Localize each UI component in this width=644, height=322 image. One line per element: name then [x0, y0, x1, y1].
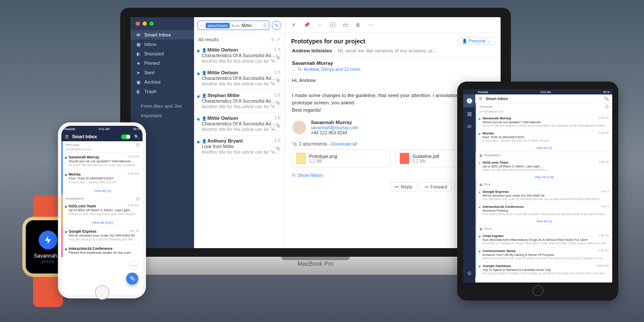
message-sender: Google Express	[69, 229, 97, 234]
compose-button[interactable]: ✎	[272, 21, 281, 30]
message-sender: GOG.com Team	[483, 161, 508, 164]
search-chip[interactable]: attachmets	[206, 23, 230, 28]
sidebar-item-trash[interactable]: 🗑Trash	[131, 87, 194, 96]
message-row[interactable]: Savannah Murray3:36 PMWould you be our s…	[63, 152, 143, 170]
recipients-link[interactable]: Andrew, Denys and 12 more	[304, 67, 361, 72]
section-settings-icon[interactable]: ⨀	[605, 105, 609, 109]
sidebar-item-inbox[interactable]: ▦Inbox	[131, 39, 194, 49]
account-selector[interactable]: 👤Personal⌄	[458, 37, 495, 45]
sidebar-item-sent[interactable]: ➤Sent	[131, 68, 194, 77]
message-row[interactable]: 👤Stephan Mittie1 hCharacteristics Of A S…	[194, 90, 285, 113]
message-preview: A number of "dangerous drugs" have been …	[483, 242, 609, 245]
trash-icon[interactable]: 🗑	[354, 21, 362, 29]
nav-icon: ◐	[136, 51, 141, 56]
message-row[interactable]: Morisa3:36 PMFwd: THIS IS MAGNIFICENTA m…	[63, 170, 143, 187]
paperclip-icon: 📎	[275, 100, 280, 105]
message-sender: Joseph Davidson	[483, 264, 511, 268]
search-from-label: from	[231, 23, 240, 28]
message-time: 3:36 PM	[598, 131, 609, 135]
message-row[interactable]: 👤Mittie Owlson1 hCharacteristics Of A Su…	[194, 45, 285, 67]
message-preview: You can track your order by following th…	[483, 197, 609, 200]
message-row[interactable]: Joseph DavidsonYesterdayTrip To Iqaluit …	[476, 262, 612, 277]
expand-icon[interactable]: ⤢	[276, 36, 280, 42]
attachment-card[interactable]: Prototype.png1.2 Mb	[292, 149, 390, 167]
message-row[interactable]: Chad Ingram3:36 PMNon Steroidal Anti Inf…	[476, 232, 612, 247]
sidebar-folder[interactable]: From Alex and Jim	[131, 101, 194, 111]
signature-email[interactable]: savannah@murray.com	[311, 125, 358, 130]
message-row[interactable]: GOG.com Team3:36 PMUp to 80% off Risen 3…	[476, 158, 612, 173]
settings-icon[interactable]: ⚙	[463, 267, 475, 280]
pin-icon[interactable]: 📌	[302, 21, 311, 29]
sidebar-item-snoozed[interactable]: ◐Snoozed	[131, 49, 194, 58]
message-row[interactable]: Interaction16 ConferenceNov 4Brochure Pl…	[476, 203, 612, 218]
close-window-icon[interactable]	[136, 21, 140, 26]
view-all-link[interactable]: View All (4)	[476, 144, 612, 152]
collapsed-message[interactable]: Andrew Ielisieiev Hi, send me last versi…	[291, 45, 495, 57]
nav-icon: 🗑	[136, 89, 141, 94]
menu-icon[interactable]: ☰	[65, 134, 69, 139]
message-row[interactable]: 👤Mittie Owlson1 hCharacteristics Of A Su…	[194, 113, 285, 136]
message-row[interactable]: 👤Anthony Bryant1 hLook from MittieAnothe…	[194, 136, 285, 158]
message-preview: A must see… Morisa 555-122-34	[69, 180, 139, 184]
zoom-window-icon[interactable]	[149, 21, 154, 26]
person-icon: 👤	[202, 71, 207, 75]
message-row[interactable]: Google ExpressNov 10We've received your …	[63, 227, 143, 244]
message-preview: Being lucky in life is the result of put…	[483, 257, 609, 260]
search-icon[interactable]: 🔍	[134, 134, 139, 139]
more-icon[interactable]: ⋯	[367, 21, 375, 29]
message-row[interactable]: Morisa3:36 PMFwd: THIS IS MAGNIFICENTA m…	[476, 129, 612, 144]
attachment-name: Guideline.pdf	[413, 154, 439, 159]
search-value: Mittie	[241, 23, 252, 28]
mark-read-icon[interactable]: ○	[315, 21, 324, 29]
sidebar-folder[interactable]: Important	[131, 111, 194, 120]
home-button[interactable]	[532, 285, 544, 296]
section-settings-icon[interactable]: ⨀	[136, 197, 140, 200]
message-row[interactable]: Corinechester News3:36 PMEnhance Your Li…	[476, 247, 612, 262]
section-settings-icon[interactable]: ⨀	[136, 143, 140, 147]
view-all-link[interactable]: View All (226)	[476, 173, 612, 181]
smart-toggle[interactable]	[121, 134, 131, 139]
view-all-link[interactable]: View All (226)	[63, 219, 143, 227]
message-row[interactable]: Interaction16 ConferencePlease find addi…	[63, 244, 143, 257]
carrier-label: Readdle	[478, 91, 488, 94]
reply-button[interactable]: ↩Reply	[390, 182, 417, 191]
search-input[interactable]: ☆ attachmets from Mittie ⓧ	[197, 21, 269, 30]
close-icon[interactable]: ✕	[289, 21, 298, 29]
home-button[interactable]	[95, 285, 109, 300]
minimize-window-icon[interactable]	[143, 21, 147, 26]
view-all-link[interactable]: View All (4)	[63, 187, 143, 195]
message-row[interactable]: Google ExpressNov 4We've received your o…	[476, 188, 612, 203]
view-all-link[interactable]: View All (4)	[476, 218, 612, 225]
sidebar-item-pinned[interactable]: ★Pinned	[131, 58, 194, 68]
chevron-down-icon[interactable]: ⌄	[292, 67, 295, 72]
archive-icon[interactable]: 🗃	[341, 21, 349, 29]
attachment-size: 3.2 Mb	[413, 159, 439, 164]
status-time: 9:41 AM	[541, 91, 551, 94]
message-row[interactable]: Savannah Murray3:36 PMWould you be our s…	[476, 114, 612, 129]
message-toolbar: ✕ 📌 ○ 🕘 🗃 🗑 ⋯	[285, 17, 501, 33]
message-row[interactable]: 👤Mittie Owlson1 hCharacteristics Of A Su…	[194, 67, 285, 90]
message-time: 3:36 PM	[598, 116, 609, 120]
account-email: john@dawson.com	[476, 110, 612, 114]
snooze-icon[interactable]: 🕘	[328, 21, 337, 29]
unread-dot-icon	[479, 251, 480, 252]
sidebar-item-archive[interactable]: ▣Archive	[131, 77, 194, 87]
clear-search-icon[interactable]: ⓧ	[262, 22, 267, 29]
image-file-icon	[296, 153, 306, 164]
window-controls[interactable]	[131, 17, 194, 28]
download-all-link[interactable]: Download all	[331, 141, 357, 146]
smart-inbox-icon[interactable]: 🕘	[463, 94, 475, 107]
menu-icon[interactable]: ☰	[479, 97, 482, 101]
message-row[interactable]: GOG.com Team3:36 PMUp to 80% off Risen 3…	[63, 201, 143, 219]
compose-fab[interactable]: ✎	[126, 273, 138, 285]
calendar-icon[interactable]: ▦	[463, 107, 475, 120]
paperclip-icon: 📎	[275, 78, 280, 82]
sidebar-item-smart-inbox[interactable]: ✉Smart Inbox	[131, 30, 194, 39]
message-time: 3:36 PM	[128, 204, 139, 208]
signature-phone: +44 121 853 8244	[311, 130, 358, 135]
more-button[interactable]: ⋯	[129, 261, 138, 270]
search-icon[interactable]: 🔍	[604, 97, 609, 101]
forward-button[interactable]: ↪Forward	[420, 182, 452, 191]
message-subject: Prototypes for our project	[291, 38, 365, 45]
inbox-icon[interactable]: ✉	[463, 120, 475, 133]
